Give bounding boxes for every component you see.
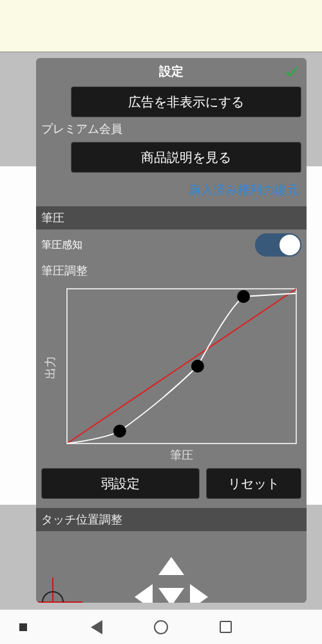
curve-control-point[interactable] bbox=[191, 360, 204, 373]
dpad-down-button[interactable] bbox=[158, 588, 184, 603]
nav-indicator-icon bbox=[19, 623, 27, 631]
dpad-up-button[interactable] bbox=[158, 557, 184, 575]
reference-line bbox=[67, 289, 296, 444]
pressure-sense-toggle[interactable] bbox=[255, 233, 301, 257]
app-topbar bbox=[0, 0, 322, 52]
pressure-sense-label: 筆圧感知 bbox=[41, 239, 82, 252]
section-header-touch: タッチ位置調整 bbox=[36, 508, 307, 531]
dpad-left-button[interactable] bbox=[135, 584, 153, 603]
check-icon bbox=[284, 64, 299, 79]
hide-ads-button[interactable]: 広告を非表示にする bbox=[71, 86, 301, 117]
view-product-button[interactable]: 商品説明を見る bbox=[71, 142, 301, 173]
pressure-curve-chart[interactable]: 出力 筆圧 bbox=[41, 284, 301, 464]
restore-purchases-link[interactable]: 購入済み権利の復元 bbox=[36, 174, 307, 202]
chart-x-axis-label: 筆圧 bbox=[170, 449, 193, 462]
settings-panel: 設定 広告を非表示にする プレミアム会員 商品説明を見る 購入済み権利の復元 筆… bbox=[36, 58, 307, 603]
nav-recent-button[interactable] bbox=[220, 621, 232, 633]
curve-button-row: 弱設定 リセット bbox=[36, 465, 307, 504]
touch-dpad bbox=[123, 551, 220, 603]
reset-button[interactable]: リセット bbox=[206, 468, 301, 499]
touch-calibration-area bbox=[36, 531, 307, 603]
panel-header: 設定 bbox=[36, 58, 307, 85]
dpad-right-button[interactable] bbox=[190, 584, 208, 603]
nav-home-button[interactable] bbox=[154, 620, 168, 634]
toggle-knob bbox=[279, 235, 300, 255]
nav-back-button[interactable] bbox=[91, 620, 102, 634]
section-header-pressure: 筆圧 bbox=[36, 206, 307, 229]
pressure-adjust-label: 筆圧調整 bbox=[36, 260, 307, 281]
touch-origin-icon bbox=[37, 578, 82, 603]
confirm-button[interactable] bbox=[281, 61, 303, 83]
weak-setting-button[interactable]: 弱設定 bbox=[41, 468, 200, 499]
pressure-sense-row: 筆圧感知 bbox=[36, 229, 307, 260]
panel-title: 設定 bbox=[159, 63, 184, 80]
curve-control-point[interactable] bbox=[113, 425, 126, 438]
android-navbar bbox=[0, 609, 322, 644]
premium-label: プレミアム会員 bbox=[36, 119, 307, 139]
pressure-curve-editor[interactable]: 出力 筆圧 bbox=[36, 281, 307, 465]
chart-y-axis-label: 出力 bbox=[44, 356, 57, 379]
curve-control-point[interactable] bbox=[237, 290, 250, 303]
